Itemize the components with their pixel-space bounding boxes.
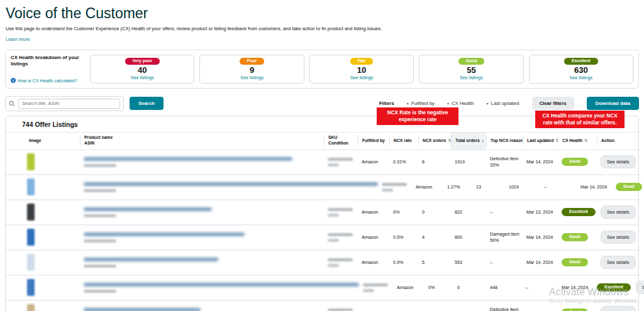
filter-fulfilled-by-dropdown[interactable]: ▾ Fulfilled by (407, 101, 435, 106)
header-cx-health[interactable]: CX Health ⇅ (558, 136, 597, 146)
product-thumbnail (27, 254, 35, 271)
header-last-updated[interactable]: Last updated ⇅ (523, 136, 558, 146)
cx-health-count: 630 (574, 66, 588, 74)
see-listings-link[interactable]: See listings (460, 75, 483, 80)
cell-product (80, 157, 324, 167)
product-name-redacted[interactable] (84, 232, 245, 236)
sku-redacted (328, 208, 353, 211)
cx-health-card: Fair 10 See listings (309, 55, 414, 84)
see-details-button[interactable]: See details (601, 256, 636, 269)
header-fulfilled-by: Fulfilled by (358, 136, 389, 146)
cell-cx-health: Good (558, 233, 597, 241)
download-data-button[interactable]: Download data (587, 97, 639, 110)
table-row: Amazon 0.9% 5 553 -- Mar 14, 2024 Good S… (6, 251, 638, 276)
cell-image (6, 153, 80, 170)
see-listings-link[interactable]: See listings (569, 75, 592, 80)
search-icon (9, 101, 15, 107)
offer-listings-table: 744 Offer Listings Image Product nameASI… (5, 116, 639, 311)
product-name-redacted[interactable] (84, 182, 378, 186)
product-name-redacted[interactable] (84, 308, 201, 311)
cell-product (80, 283, 359, 293)
cell-top-ncx-reason: Defective item 60% (486, 307, 523, 311)
cell-cx-health: Good (558, 258, 597, 266)
filter-cx-health-label: CX Health (452, 101, 474, 106)
search-button[interactable]: Search (130, 97, 164, 110)
breakdown-label: CX Health breakdown of your listings (11, 55, 85, 67)
see-listings-link[interactable]: See listings (350, 75, 374, 80)
cell-ncx-orders: 0 (418, 209, 451, 216)
cell-last-updated: Mar 14, 2024 (523, 159, 558, 165)
header-total-orders[interactable]: Total orders ↓ (451, 133, 486, 150)
condition-redacted (382, 188, 393, 192)
chevron-down-icon: ▾ (447, 102, 449, 106)
cell-last-updated: Mar 14, 2024 (523, 259, 558, 266)
table-header-row: Image Product nameASIN SKUCondition Fulf… (6, 133, 638, 150)
cell-top-ncx-reason: -- (540, 184, 577, 190)
cell-top-ncx-reason: -- (486, 259, 523, 266)
see-details-button[interactable]: See details (601, 155, 636, 168)
see-details-button[interactable]: See details (636, 281, 644, 294)
sku-redacted (328, 308, 353, 311)
search-box (5, 96, 124, 111)
cell-top-ncx-reason: Damaged item 50% (486, 231, 523, 243)
how-cx-health-calculated-link[interactable]: How is CX Health calculated? (18, 78, 77, 84)
breakdown-cards: Very poor 40 See listings Poor 9 See lis… (90, 55, 633, 84)
product-name-redacted[interactable] (84, 157, 292, 161)
cell-fulfilled-by: Amazon (412, 184, 443, 190)
header-ncx-orders[interactable]: NCX orders ⇅ (418, 136, 451, 146)
cx-health-card: Poor 9 See listings (199, 55, 304, 84)
cell-ncx-orders: 0 (453, 285, 486, 291)
sort-icon[interactable]: ⇅ (584, 138, 587, 143)
cell-ncx-orders: 6 (418, 159, 451, 165)
cx-health-count: 9 (250, 66, 254, 74)
cell-fulfilled-by: Amazon (358, 234, 389, 241)
cell-sku (324, 233, 358, 242)
filter-fulfilled-by-label: Fulfilled by (411, 101, 435, 106)
product-name-redacted[interactable] (84, 283, 359, 286)
sku-redacted (328, 158, 353, 161)
header-sku: SKUCondition (324, 136, 358, 146)
see-details-button[interactable]: See details (601, 306, 636, 311)
product-thumbnail (27, 153, 35, 170)
see-listings-link[interactable]: See listings (240, 75, 264, 80)
clear-filters-button[interactable]: Clear filters (532, 97, 574, 110)
cell-ncx-rate: 0% (389, 209, 418, 216)
cell-image (6, 254, 80, 271)
product-thumbnail (27, 178, 35, 195)
product-name-redacted[interactable] (84, 207, 212, 211)
cell-cx-health: Excellent (593, 283, 632, 292)
product-thumbnail (27, 204, 35, 221)
cell-ncx-rate: 0.5% (389, 234, 418, 241)
header-ncx-rate: NCX rate (389, 136, 418, 146)
cell-total-orders: 553 (451, 259, 486, 266)
cell-sku (378, 183, 412, 192)
cell-sku (324, 308, 358, 311)
header-image: Image (6, 136, 80, 146)
cx-health-card: Good 55 See listings (419, 55, 523, 84)
see-listings-link[interactable]: See listings (131, 75, 154, 80)
product-thumbnail (27, 304, 35, 311)
see-details-button[interactable]: See details (601, 231, 636, 244)
cell-ncx-orders: 4 (418, 234, 451, 241)
sort-desc-icon[interactable]: ↓ (482, 138, 484, 144)
filter-cx-health-dropdown[interactable]: ▾ CX Health (447, 101, 474, 106)
cell-cx-health: Good (558, 308, 597, 311)
cell-image (6, 229, 80, 246)
breakdown-left-column: CX Health breakdown of your listings i H… (11, 55, 85, 84)
asin-redacted (84, 164, 116, 167)
cx-health-card: Very poor 40 See listings (90, 55, 194, 84)
filter-last-updated-dropdown[interactable]: ▾ Last updated (487, 101, 519, 106)
ncx-rate-callout: NCX Rate is the negative experience rate (377, 107, 458, 125)
header-product-name: Product nameASIN (80, 136, 324, 146)
cell-action: See details (597, 231, 638, 244)
search-input[interactable] (18, 99, 120, 109)
cell-last-updated: Mar 13, 2024 (523, 209, 558, 216)
product-name-redacted[interactable] (84, 258, 218, 261)
asin-redacted (84, 239, 116, 243)
page-title: Voice of the Customer (6, 5, 644, 21)
see-details-button[interactable]: See details (601, 205, 636, 219)
learn-more-link[interactable]: Learn more (6, 36, 30, 42)
cell-last-updated: Mar 14, 2024 (558, 285, 593, 291)
info-icon[interactable]: i (11, 78, 16, 83)
condition-redacted (363, 289, 374, 292)
